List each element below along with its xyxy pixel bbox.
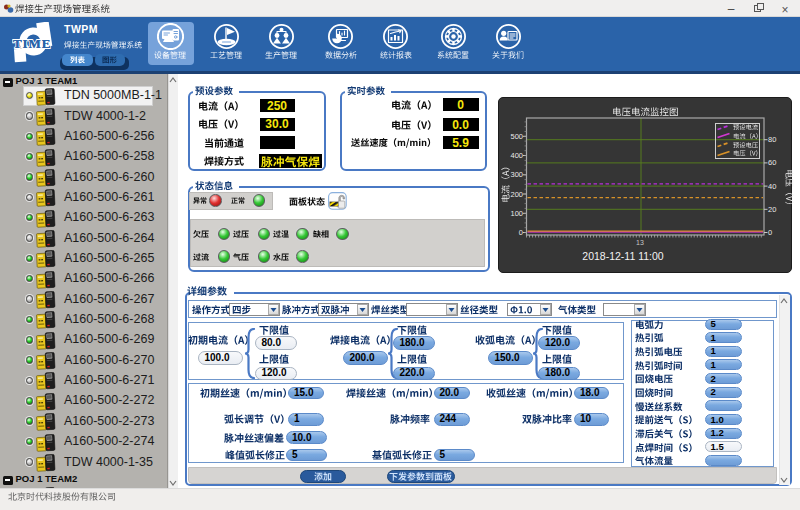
svg-text:TIME: TIME bbox=[13, 36, 51, 51]
